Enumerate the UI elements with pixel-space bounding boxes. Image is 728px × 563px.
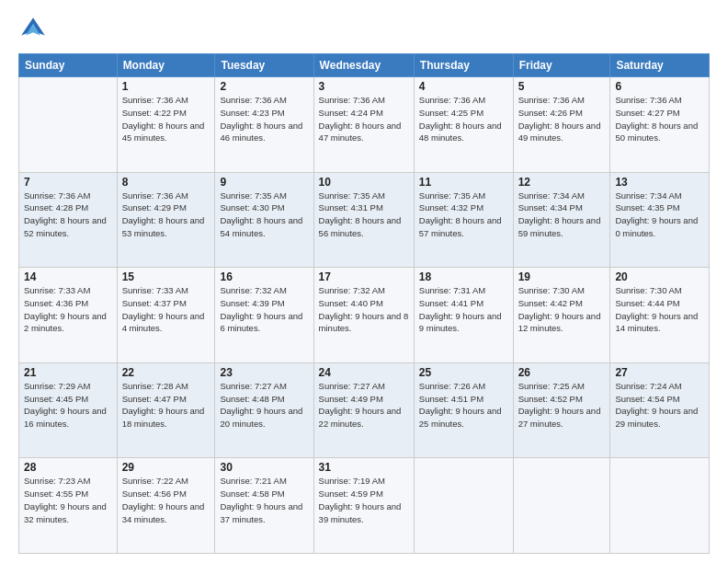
calendar-week-row: 7Sunrise: 7:36 AM Sunset: 4:28 PM Daylig… [19, 172, 710, 268]
day-info: Sunrise: 7:31 AM Sunset: 4:41 PM Dayligh… [419, 284, 508, 335]
calendar-cell: 29Sunrise: 7:22 AM Sunset: 4:56 PM Dayli… [117, 458, 215, 554]
day-info: Sunrise: 7:32 AM Sunset: 4:40 PM Dayligh… [319, 284, 409, 335]
day-number: 20 [615, 270, 704, 283]
calendar-cell: 5Sunrise: 7:36 AM Sunset: 4:26 PM Daylig… [513, 77, 610, 173]
calendar-cell: 14Sunrise: 7:33 AM Sunset: 4:36 PM Dayli… [19, 268, 118, 363]
calendar-cell: 12Sunrise: 7:34 AM Sunset: 4:34 PM Dayli… [513, 172, 610, 268]
day-number: 27 [615, 366, 704, 379]
calendar-cell: 17Sunrise: 7:32 AM Sunset: 4:40 PM Dayli… [313, 268, 414, 363]
day-number: 9 [220, 176, 308, 189]
day-info: Sunrise: 7:24 AM Sunset: 4:54 PM Dayligh… [615, 380, 704, 431]
day-info: Sunrise: 7:33 AM Sunset: 4:36 PM Dayligh… [24, 284, 112, 335]
logo-icon [18, 15, 48, 44]
day-info: Sunrise: 7:34 AM Sunset: 4:34 PM Dayligh… [518, 190, 606, 240]
day-number: 8 [122, 176, 210, 189]
day-info: Sunrise: 7:36 AM Sunset: 4:23 PM Dayligh… [220, 94, 308, 144]
weekday-header-sunday: Sunday [19, 54, 118, 77]
day-info: Sunrise: 7:36 AM Sunset: 4:28 PM Dayligh… [24, 190, 112, 240]
day-number: 19 [518, 270, 606, 283]
day-info: Sunrise: 7:25 AM Sunset: 4:52 PM Dayligh… [518, 380, 606, 431]
calendar-cell: 25Sunrise: 7:26 AM Sunset: 4:51 PM Dayli… [414, 362, 513, 458]
day-info: Sunrise: 7:35 AM Sunset: 4:31 PM Dayligh… [319, 190, 409, 240]
weekday-header-saturday: Saturday [610, 54, 710, 77]
day-number: 1 [122, 80, 210, 93]
day-number: 6 [615, 80, 704, 93]
day-number: 30 [220, 461, 308, 474]
day-info: Sunrise: 7:36 AM Sunset: 4:27 PM Dayligh… [615, 94, 704, 144]
day-info: Sunrise: 7:27 AM Sunset: 4:49 PM Dayligh… [319, 380, 409, 431]
day-number: 7 [24, 176, 112, 189]
calendar-cell: 13Sunrise: 7:34 AM Sunset: 4:35 PM Dayli… [610, 172, 710, 268]
day-number: 4 [419, 80, 508, 93]
weekday-header-thursday: Thursday [414, 54, 513, 77]
day-info: Sunrise: 7:36 AM Sunset: 4:24 PM Dayligh… [319, 94, 409, 144]
calendar-cell [610, 458, 710, 554]
calendar-cell: 2Sunrise: 7:36 AM Sunset: 4:23 PM Daylig… [215, 77, 313, 173]
day-info: Sunrise: 7:19 AM Sunset: 4:59 PM Dayligh… [319, 475, 409, 525]
weekday-header-friday: Friday [513, 54, 610, 77]
calendar-cell: 22Sunrise: 7:28 AM Sunset: 4:47 PM Dayli… [117, 362, 215, 458]
day-info: Sunrise: 7:36 AM Sunset: 4:29 PM Dayligh… [122, 190, 210, 240]
day-info: Sunrise: 7:33 AM Sunset: 4:37 PM Dayligh… [122, 284, 210, 335]
day-info: Sunrise: 7:35 AM Sunset: 4:32 PM Dayligh… [419, 190, 508, 240]
day-info: Sunrise: 7:36 AM Sunset: 4:22 PM Dayligh… [122, 94, 210, 144]
day-info: Sunrise: 7:30 AM Sunset: 4:42 PM Dayligh… [518, 284, 606, 335]
day-number: 21 [24, 366, 112, 379]
day-info: Sunrise: 7:21 AM Sunset: 4:58 PM Dayligh… [220, 475, 308, 525]
day-number: 13 [615, 176, 704, 189]
calendar-cell [19, 77, 118, 173]
day-info: Sunrise: 7:36 AM Sunset: 4:26 PM Dayligh… [518, 94, 606, 144]
calendar-cell: 7Sunrise: 7:36 AM Sunset: 4:28 PM Daylig… [19, 172, 118, 268]
weekday-header-monday: Monday [117, 54, 215, 77]
day-number: 31 [319, 461, 409, 474]
calendar-cell [513, 458, 610, 554]
day-number: 3 [319, 80, 409, 93]
day-number: 23 [220, 366, 308, 379]
day-number: 29 [122, 461, 210, 474]
calendar-cell: 18Sunrise: 7:31 AM Sunset: 4:41 PM Dayli… [414, 268, 513, 363]
day-info: Sunrise: 7:35 AM Sunset: 4:30 PM Dayligh… [220, 190, 308, 240]
calendar-header-row: SundayMondayTuesdayWednesdayThursdayFrid… [19, 54, 710, 77]
calendar-table: SundayMondayTuesdayWednesdayThursdayFrid… [18, 53, 710, 554]
day-info: Sunrise: 7:30 AM Sunset: 4:44 PM Dayligh… [615, 284, 704, 335]
day-number: 26 [518, 366, 606, 379]
calendar-cell: 10Sunrise: 7:35 AM Sunset: 4:31 PM Dayli… [313, 172, 414, 268]
calendar-cell: 1Sunrise: 7:36 AM Sunset: 4:22 PM Daylig… [117, 77, 215, 173]
day-info: Sunrise: 7:34 AM Sunset: 4:35 PM Dayligh… [615, 190, 704, 240]
calendar-cell: 9Sunrise: 7:35 AM Sunset: 4:30 PM Daylig… [215, 172, 313, 268]
calendar-cell [414, 458, 513, 554]
day-number: 22 [122, 366, 210, 379]
day-number: 18 [419, 270, 508, 283]
day-info: Sunrise: 7:32 AM Sunset: 4:39 PM Dayligh… [220, 284, 308, 335]
day-info: Sunrise: 7:27 AM Sunset: 4:48 PM Dayligh… [220, 380, 308, 431]
calendar-week-row: 21Sunrise: 7:29 AM Sunset: 4:45 PM Dayli… [19, 362, 710, 458]
day-number: 2 [220, 80, 308, 93]
calendar-cell: 6Sunrise: 7:36 AM Sunset: 4:27 PM Daylig… [610, 77, 710, 173]
day-number: 14 [24, 270, 112, 283]
calendar-cell: 31Sunrise: 7:19 AM Sunset: 4:59 PM Dayli… [313, 458, 414, 554]
day-number: 12 [518, 176, 606, 189]
calendar-cell: 21Sunrise: 7:29 AM Sunset: 4:45 PM Dayli… [19, 362, 118, 458]
calendar-cell: 27Sunrise: 7:24 AM Sunset: 4:54 PM Dayli… [610, 362, 710, 458]
weekday-header-wednesday: Wednesday [313, 54, 414, 77]
day-number: 24 [319, 366, 409, 379]
day-info: Sunrise: 7:29 AM Sunset: 4:45 PM Dayligh… [24, 380, 112, 431]
calendar-week-row: 1Sunrise: 7:36 AM Sunset: 4:22 PM Daylig… [19, 77, 710, 173]
calendar-cell: 30Sunrise: 7:21 AM Sunset: 4:58 PM Dayli… [215, 458, 313, 554]
day-number: 10 [319, 176, 409, 189]
calendar-cell: 24Sunrise: 7:27 AM Sunset: 4:49 PM Dayli… [313, 362, 414, 458]
weekday-header-tuesday: Tuesday [215, 54, 313, 77]
header [18, 15, 710, 44]
calendar-week-row: 14Sunrise: 7:33 AM Sunset: 4:36 PM Dayli… [19, 268, 710, 363]
day-number: 16 [220, 270, 308, 283]
day-info: Sunrise: 7:23 AM Sunset: 4:55 PM Dayligh… [24, 475, 112, 525]
calendar-cell: 28Sunrise: 7:23 AM Sunset: 4:55 PM Dayli… [19, 458, 118, 554]
page: SundayMondayTuesdayWednesdayThursdayFrid… [0, 0, 728, 563]
calendar-cell: 15Sunrise: 7:33 AM Sunset: 4:37 PM Dayli… [117, 268, 215, 363]
calendar-cell: 3Sunrise: 7:36 AM Sunset: 4:24 PM Daylig… [313, 77, 414, 173]
calendar-cell: 23Sunrise: 7:27 AM Sunset: 4:48 PM Dayli… [215, 362, 313, 458]
day-number: 17 [319, 270, 409, 283]
day-number: 5 [518, 80, 606, 93]
day-number: 11 [419, 176, 508, 189]
logo [18, 15, 51, 44]
